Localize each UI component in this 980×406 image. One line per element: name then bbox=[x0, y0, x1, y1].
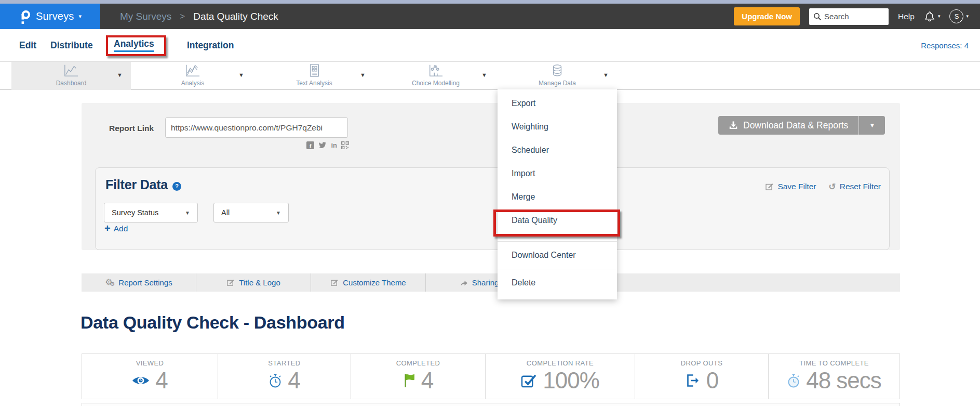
menu-item-data-quality[interactable]: Data Quality bbox=[498, 208, 617, 232]
toolbar-item-choice-modelling[interactable]: ▼ Choice Modelling bbox=[376, 62, 495, 90]
exit-icon bbox=[685, 373, 701, 388]
analytics-toolbar: ▼ Dashboard ▼ Analysis ▼ Text Analysis ▼… bbox=[0, 61, 980, 90]
eye-icon bbox=[132, 375, 150, 386]
upgrade-now-button[interactable]: Upgrade Now bbox=[734, 7, 800, 25]
chevron-down-icon: ▾ bbox=[79, 14, 82, 19]
filter-data-panel: Filter Data ? Save Filter ↺ Reset Filter bbox=[95, 167, 890, 250]
menu-item-import[interactable]: Import bbox=[498, 162, 617, 185]
chevron-down-icon[interactable]: ▼ bbox=[117, 72, 123, 78]
edit-pencil-icon bbox=[330, 279, 339, 286]
chevron-down-icon[interactable]: ▼ bbox=[238, 72, 244, 78]
filter-field-select[interactable]: Survey Status ▼ bbox=[104, 203, 198, 222]
download-icon bbox=[729, 121, 738, 129]
stat-completed: COMPLETED 4 bbox=[351, 354, 486, 399]
notifications-button[interactable]: ▾ bbox=[924, 11, 941, 22]
chevron-down-icon[interactable]: ▼ bbox=[360, 72, 366, 78]
breadcrumb-my-surveys[interactable]: My Surveys bbox=[120, 11, 171, 22]
bell-icon bbox=[924, 11, 935, 22]
multi-line-chart-icon bbox=[184, 63, 201, 78]
facebook-icon[interactable]: f bbox=[306, 141, 314, 149]
chevron-down-icon: ▼ bbox=[276, 210, 281, 216]
breadcrumb-separator: > bbox=[180, 11, 185, 22]
survey-stats-row: VIEWED 4 STARTED 4 COMPLETED bbox=[82, 353, 900, 399]
download-options-caret[interactable]: ▼ bbox=[859, 116, 885, 135]
search-box[interactable] bbox=[809, 8, 889, 25]
menu-item-scheduler[interactable]: Scheduler bbox=[498, 138, 617, 162]
chevron-down-icon[interactable]: ▼ bbox=[603, 72, 609, 78]
download-data-reports-button[interactable]: Download Data & Reports ▼ bbox=[718, 116, 885, 135]
breadcrumb-survey-title: Data Quality Check bbox=[193, 11, 278, 22]
topbar-right-cluster: Upgrade Now Help ▾ S ▾ bbox=[734, 7, 980, 25]
tab-distribute[interactable]: Distribute bbox=[50, 29, 93, 61]
search-input[interactable] bbox=[824, 12, 881, 21]
scatter-chart-icon bbox=[427, 63, 444, 78]
checkbox-icon bbox=[521, 373, 537, 388]
next-section-edge bbox=[82, 403, 900, 406]
menu-item-delete[interactable]: Delete bbox=[498, 269, 617, 296]
line-chart-icon bbox=[63, 63, 79, 78]
share-icons-row: f in bbox=[300, 141, 349, 149]
save-filter-link[interactable]: Save Filter bbox=[765, 182, 816, 191]
filter-data-title: Filter Data bbox=[105, 177, 168, 192]
edit-pencil-icon bbox=[765, 182, 774, 191]
timer-icon bbox=[787, 373, 800, 388]
menu-item-download-center[interactable]: Download Center bbox=[498, 242, 617, 269]
add-filter-link[interactable]: + Add bbox=[104, 224, 128, 233]
tab-integration[interactable]: Integration bbox=[187, 29, 234, 61]
toolbar-item-analysis[interactable]: ▼ Analysis bbox=[133, 62, 252, 90]
toolbar-item-manage-data[interactable]: ▼ Manage Data bbox=[498, 62, 617, 90]
questionpro-analytics-screen: Surveys ▾ My Surveys > Data Quality Chec… bbox=[0, 0, 980, 406]
tab-analytics[interactable]: Analytics bbox=[114, 29, 154, 61]
flag-icon bbox=[403, 373, 415, 388]
responses-count: Responses: 4 bbox=[921, 29, 969, 61]
edit-pencil-icon bbox=[226, 279, 235, 286]
chevron-down-icon[interactable]: ▼ bbox=[481, 72, 487, 78]
chevron-down-icon: ▼ bbox=[185, 210, 190, 216]
menu-item-weighting[interactable]: Weighting bbox=[498, 115, 617, 138]
report-settings-bar: ⚙ ⚙ Report Settings Title & Logo Customi… bbox=[82, 273, 900, 292]
title-logo-button[interactable]: Title & Logo bbox=[196, 273, 311, 292]
stat-started: STARTED 4 bbox=[218, 354, 351, 399]
stat-viewed: VIEWED 4 bbox=[82, 354, 218, 399]
reset-filter-link[interactable]: ↺ Reset Filter bbox=[829, 181, 881, 192]
questionpro-logo bbox=[19, 9, 31, 24]
manage-data-dropdown-menu: Export Weighting Scheduler Import Merge … bbox=[498, 89, 617, 299]
product-name: Surveys bbox=[36, 10, 74, 22]
menu-item-merge[interactable]: Merge bbox=[498, 185, 617, 208]
topbar: Surveys ▾ My Surveys > Data Quality Chec… bbox=[0, 4, 980, 29]
linkedin-icon[interactable]: in bbox=[331, 141, 337, 149]
help-icon[interactable]: ? bbox=[172, 182, 181, 191]
plus-icon: + bbox=[104, 223, 111, 233]
breadcrumb: My Surveys > Data Quality Check bbox=[120, 11, 278, 22]
report-link-label: Report Link bbox=[109, 124, 154, 133]
report-settings-button[interactable]: ⚙ ⚙ Report Settings bbox=[82, 273, 196, 292]
newspaper-icon bbox=[307, 63, 321, 78]
toolbar-item-text-analysis[interactable]: ▼ Text Analysis bbox=[254, 62, 374, 90]
stat-time-to-complete: TIME TO COMPLETE 48 secs bbox=[769, 354, 900, 399]
twitter-icon[interactable] bbox=[318, 142, 327, 149]
customize-theme-button[interactable]: Customize Theme bbox=[311, 273, 426, 292]
database-icon bbox=[551, 63, 563, 78]
report-card: Report Link f in Download Data & Reports bbox=[82, 103, 900, 250]
stat-completion-rate: COMPLETION RATE 100% bbox=[486, 354, 635, 399]
product-switcher[interactable]: Surveys ▾ bbox=[0, 4, 100, 29]
tab-edit[interactable]: Edit bbox=[19, 29, 36, 61]
report-link-input[interactable] bbox=[165, 117, 348, 138]
survey-tab-nav: Edit Distribute Analytics Integration Re… bbox=[0, 29, 980, 61]
stat-drop-outs: DROP OUTS 0 bbox=[635, 354, 769, 399]
stopwatch-icon bbox=[269, 373, 282, 388]
account-menu[interactable]: S ▾ bbox=[949, 9, 969, 23]
window-top-strip bbox=[0, 0, 980, 4]
gears-icon: ⚙ ⚙ bbox=[105, 278, 114, 287]
chevron-down-icon: ▾ bbox=[938, 14, 941, 19]
search-icon bbox=[813, 12, 822, 21]
page-title: Data Quality Check - Dashboard bbox=[80, 312, 345, 333]
avatar: S bbox=[949, 9, 963, 23]
chevron-down-icon: ▾ bbox=[966, 14, 969, 19]
toolbar-item-dashboard[interactable]: ▼ Dashboard bbox=[11, 62, 131, 90]
help-link[interactable]: Help bbox=[898, 12, 915, 21]
share-arrow-icon bbox=[460, 279, 468, 286]
filter-value-select[interactable]: All ▼ bbox=[213, 203, 289, 222]
qr-code-icon[interactable] bbox=[341, 141, 349, 149]
menu-item-export[interactable]: Export bbox=[498, 91, 617, 115]
